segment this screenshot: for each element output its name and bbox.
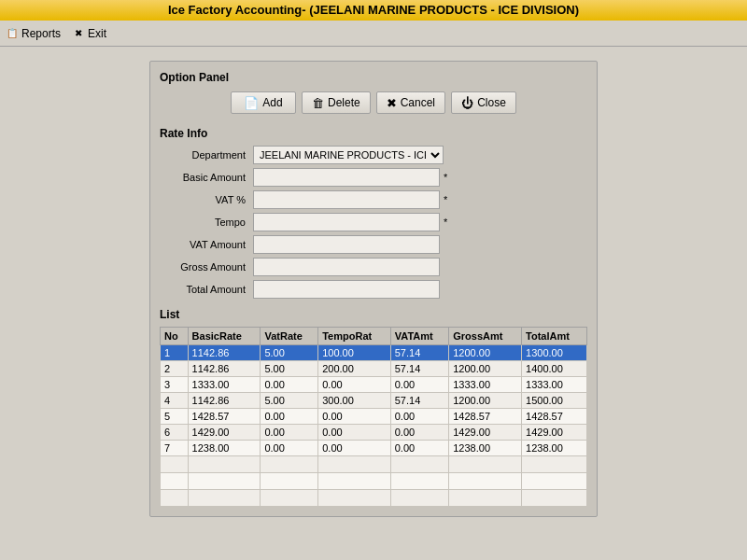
- delete-button[interactable]: 🗑 Delete: [302, 91, 371, 114]
- total-amount-row: Total Amount: [160, 280, 587, 299]
- table-empty-cell: [522, 490, 587, 507]
- table-cell: 1200.00: [449, 345, 522, 361]
- table-cell: 1429.00: [522, 425, 587, 441]
- gross-amount-input[interactable]: [253, 258, 440, 276]
- table-empty-cell: [188, 490, 261, 507]
- table-empty-cell: [449, 490, 522, 507]
- table-empty-row: [161, 473, 587, 490]
- vat-percent-row: VAT % *: [160, 190, 587, 209]
- delete-label: Delete: [328, 96, 360, 109]
- table-row[interactable]: 61429.000.000.000.001429.001429.00: [161, 425, 587, 441]
- table-empty-cell: [161, 456, 189, 473]
- table-empty-cell: [390, 456, 449, 473]
- table-empty-cell: [188, 456, 261, 473]
- title-bar: Ice Factory Accounting- (JEELANI MARINE …: [0, 0, 747, 21]
- table-cell: 0.00: [318, 409, 391, 425]
- basic-amount-input[interactable]: [253, 168, 440, 187]
- table-cell: 57.14: [390, 393, 449, 409]
- table-cell: 100.00: [318, 345, 391, 361]
- cancel-label: Cancel: [401, 96, 435, 109]
- list-title: List: [160, 308, 587, 321]
- table-empty-cell: [449, 456, 522, 473]
- menu-reports[interactable]: 📋 Reports: [6, 27, 61, 40]
- table-row[interactable]: 41142.865.00300.0057.141200.001500.00: [161, 393, 587, 409]
- table-empty-cell: [318, 456, 391, 473]
- table-empty-cell: [261, 473, 318, 490]
- table-cell: 0.00: [261, 377, 318, 393]
- option-panel: Option Panel 📄 Add 🗑 Delete ✖ Cancel ⏻ C…: [149, 61, 598, 517]
- vat-amount-row: VAT Amount: [160, 235, 587, 254]
- basic-amount-required: *: [444, 172, 447, 183]
- table-cell: 1: [161, 345, 189, 361]
- table-empty-cell: [390, 490, 449, 507]
- total-amount-input[interactable]: [253, 280, 440, 299]
- vat-amount-label: VAT Amount: [160, 239, 253, 250]
- table-header-row: No BasicRate VatRate TempoRat VATAmt Gro…: [161, 328, 587, 345]
- col-gross-amt: GrossAmt: [449, 328, 522, 345]
- table-row[interactable]: 11142.865.00100.0057.141200.001300.00: [161, 345, 587, 361]
- table-cell: 3: [161, 377, 189, 393]
- table-cell: 0.00: [390, 425, 449, 441]
- department-select[interactable]: JEELANI MARINE PRODUCTS - ICE D: [253, 146, 444, 164]
- tempo-input[interactable]: [253, 213, 440, 231]
- table-cell: 1142.86: [188, 361, 261, 377]
- table-body: 11142.865.00100.0057.141200.001300.00211…: [161, 345, 587, 507]
- menu-bar: 📋 Reports ✖ Exit: [0, 21, 747, 47]
- table-cell: 300.00: [318, 393, 391, 409]
- title-text: Ice Factory Accounting- (JEELANI MARINE …: [168, 3, 579, 17]
- table-cell: 0.00: [261, 441, 318, 456]
- table-cell: 6: [161, 425, 189, 441]
- close-button[interactable]: ⏻ Close: [451, 91, 516, 114]
- table-cell: 1238.00: [522, 441, 587, 456]
- table-empty-cell: [318, 473, 391, 490]
- table-empty-cell: [188, 473, 261, 490]
- table-cell: 0.00: [318, 377, 391, 393]
- tempo-required: *: [444, 217, 447, 228]
- table-cell: 0.00: [390, 377, 449, 393]
- rate-info-title: Rate Info: [160, 127, 587, 140]
- table-empty-cell: [522, 473, 587, 490]
- table-cell: 1333.00: [449, 377, 522, 393]
- table-cell: 7: [161, 441, 189, 456]
- main-content: Option Panel 📄 Add 🗑 Delete ✖ Cancel ⏻ C…: [0, 47, 747, 526]
- table-cell: 1238.00: [188, 441, 261, 456]
- table-empty-row: [161, 490, 587, 507]
- table-cell: 1300.00: [522, 345, 587, 361]
- table-cell: 2: [161, 361, 189, 377]
- table-cell: 1429.00: [449, 425, 522, 441]
- total-amount-label: Total Amount: [160, 284, 253, 295]
- table-row[interactable]: 31333.000.000.000.001333.001333.00: [161, 377, 587, 393]
- table-row[interactable]: 51428.570.000.000.001428.571428.57: [161, 409, 587, 425]
- table-cell: 1428.57: [188, 409, 261, 425]
- table-empty-cell: [449, 473, 522, 490]
- col-tempo-rat: TempoRat: [318, 328, 391, 345]
- menu-reports-label: Reports: [21, 27, 61, 40]
- rate-info: Rate Info Department JEELANI MARINE PROD…: [160, 127, 587, 299]
- col-basic-rate: BasicRate: [188, 328, 261, 345]
- exit-icon: ✖: [72, 27, 85, 40]
- table-cell: 1200.00: [449, 393, 522, 409]
- table-row[interactable]: 21142.865.00200.0057.141200.001400.00: [161, 361, 587, 377]
- menu-exit[interactable]: ✖ Exit: [72, 27, 106, 40]
- vat-amount-input[interactable]: [253, 235, 440, 254]
- add-button[interactable]: 📄 Add: [231, 91, 296, 114]
- table-cell: 1200.00: [449, 361, 522, 377]
- table-cell: 1429.00: [188, 425, 261, 441]
- add-icon: 📄: [244, 97, 259, 109]
- tempo-row: Tempo *: [160, 213, 587, 231]
- cancel-button[interactable]: ✖ Cancel: [376, 91, 445, 114]
- department-label: Department: [160, 149, 253, 161]
- table-cell: 5: [161, 409, 189, 425]
- gross-amount-label: Gross Amount: [160, 261, 253, 273]
- table-empty-cell: [261, 490, 318, 507]
- vat-percent-label: VAT %: [160, 194, 253, 205]
- table-cell: 1142.86: [188, 393, 261, 409]
- table-empty-cell: [261, 456, 318, 473]
- table-row[interactable]: 71238.000.000.000.001238.001238.00: [161, 441, 587, 456]
- list-section: List No BasicRate VatRate TempoRat VATAm…: [160, 308, 587, 507]
- basic-amount-label: Basic Amount: [160, 172, 253, 183]
- table-cell: 0.00: [261, 409, 318, 425]
- vat-percent-input[interactable]: [253, 190, 440, 209]
- close-icon: ⏻: [461, 97, 473, 109]
- delete-icon: 🗑: [312, 97, 324, 109]
